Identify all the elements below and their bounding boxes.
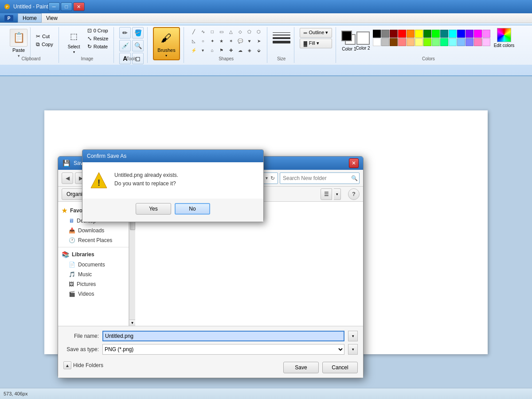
shape-star4[interactable]: ✦ <box>208 36 217 45</box>
search-icon[interactable]: 🔍 <box>351 175 358 181</box>
shape-ellipse[interactable]: ○ <box>199 36 207 45</box>
palette-color[interactable] <box>440 38 448 46</box>
pencil-button[interactable]: ✏ <box>119 27 131 39</box>
select-button[interactable]: ⬚ Select ▾ <box>64 28 84 55</box>
palette-color[interactable] <box>482 38 490 46</box>
file-name-dropdown[interactable]: ▾ <box>348 331 358 341</box>
app-menu-button[interactable]: P <box>0 13 18 23</box>
view-button[interactable]: ☰ <box>321 188 332 200</box>
shape-more[interactable]: ▾ <box>199 46 207 55</box>
eyedropper-button[interactable]: 💉 <box>119 40 131 51</box>
palette-color[interactable] <box>373 30 381 38</box>
shape-pentagon[interactable]: ⬠ <box>245 27 254 36</box>
palette-color[interactable] <box>466 38 473 46</box>
palette-color[interactable] <box>423 38 431 46</box>
cut-button[interactable]: ✂ Cut <box>34 33 55 40</box>
libraries-header[interactable]: 📚 Libraries <box>58 249 129 260</box>
address-dropdown[interactable]: ▾ <box>266 176 268 180</box>
sidebar-item-recent[interactable]: 🕐 Recent Places <box>58 235 129 245</box>
hide-folders-button[interactable]: ▲ Hide Folders <box>63 361 103 369</box>
rotate-button[interactable]: ↻ Rotate <box>86 43 110 50</box>
shape-hexagon[interactable]: ⬡ <box>254 27 263 36</box>
fill-button[interactable]: 🪣 <box>132 27 144 39</box>
shape-extra[interactable]: ⬙ <box>254 46 263 55</box>
edit-colors-button[interactable]: Edit colors <box>493 27 516 55</box>
palette-color[interactable] <box>390 30 398 38</box>
close-button[interactable]: ✕ <box>73 2 85 11</box>
resize-button[interactable]: ⤡ Resize <box>86 35 110 42</box>
palette-color[interactable] <box>398 38 406 46</box>
shape-star6[interactable]: ✶ <box>227 36 235 45</box>
shape-triangle[interactable]: △ <box>227 27 235 36</box>
dialog-close-button[interactable]: ✕ <box>349 158 359 168</box>
shape-heart[interactable]: ♥ <box>245 36 254 45</box>
sidebar-item-pictures[interactable]: 🖼 Pictures <box>58 279 129 289</box>
palette-color[interactable] <box>432 38 440 46</box>
size-2[interactable] <box>273 35 290 35</box>
sidebar-item-music[interactable]: 🎵 Music <box>58 270 129 279</box>
help-button[interactable]: ? <box>348 188 360 200</box>
refresh-button[interactable]: ↻ <box>270 175 275 181</box>
size-3[interactable] <box>273 37 290 39</box>
shape-diamond[interactable]: ◇ <box>236 27 245 36</box>
palette-color[interactable] <box>482 30 490 38</box>
palette-color[interactable] <box>457 30 465 38</box>
menu-item-home[interactable]: Home <box>18 13 42 23</box>
size-1[interactable] <box>273 32 290 33</box>
shape-line[interactable]: ╱ <box>189 27 198 36</box>
size-selector[interactable] <box>273 32 290 51</box>
shape-roundcallout[interactable]: 💬 <box>236 36 245 45</box>
file-name-input[interactable] <box>102 331 344 341</box>
no-button[interactable]: No <box>175 203 210 215</box>
view-dropdown-button[interactable]: ▾ <box>334 188 341 200</box>
minimize-button[interactable]: ─ <box>48 2 60 11</box>
shape-curve[interactable]: ∿ <box>199 27 207 36</box>
search-input[interactable] <box>283 175 349 181</box>
shape-arrow[interactable]: ➤ <box>254 36 263 45</box>
sidebar-item-documents[interactable]: 📄 Documents <box>58 260 129 270</box>
palette-color[interactable] <box>432 30 440 38</box>
palette-color[interactable] <box>440 30 448 38</box>
back-button[interactable]: ◀ <box>62 172 73 184</box>
outline-button[interactable]: ═ Outline ▾ <box>300 28 332 38</box>
size-4[interactable] <box>273 41 290 43</box>
save-type-dropdown[interactable]: ▾ <box>348 344 358 355</box>
sidebar-item-videos[interactable]: 🎬 Videos <box>58 289 129 299</box>
palette-color[interactable] <box>474 38 482 46</box>
shape-flag[interactable]: ⚑ <box>217 46 226 55</box>
palette-color[interactable] <box>407 38 415 46</box>
color1-selector[interactable]: Color 1 <box>341 31 356 51</box>
shape-cloud[interactable]: ☁ <box>236 46 245 55</box>
shape-rect[interactable]: □ <box>208 27 217 36</box>
fill-button[interactable]: ▓ Fill ▾ <box>300 39 332 48</box>
shape-home[interactable]: ⌂ <box>208 46 217 55</box>
save-type-select[interactable]: PNG (*.png) <box>102 344 344 355</box>
paste-button[interactable]: 📋 Paste ▾ <box>7 27 31 60</box>
palette-color[interactable] <box>415 30 423 38</box>
shape-lightning[interactable]: ⚡ <box>189 46 198 55</box>
palette-color[interactable] <box>415 38 423 46</box>
palette-color[interactable] <box>423 30 431 38</box>
palette-color[interactable] <box>449 38 457 46</box>
palette-color[interactable] <box>381 38 389 46</box>
yes-button[interactable]: Yes <box>136 203 171 215</box>
shape-star5[interactable]: ★ <box>217 36 226 45</box>
palette-color[interactable] <box>474 30 482 38</box>
color2-selector[interactable]: Color 2 <box>356 31 370 51</box>
palette-color[interactable] <box>407 30 415 38</box>
brushes-button[interactable]: 🖌 Brushes ▾ <box>153 27 180 60</box>
shape-flowchart[interactable]: ◈ <box>245 46 254 55</box>
palette-color[interactable] <box>381 30 389 38</box>
crop-button[interactable]: ⊡ 0 Crop <box>86 27 110 34</box>
palette-color[interactable] <box>457 38 465 46</box>
palette-color[interactable] <box>466 30 473 38</box>
save-button[interactable]: Save <box>283 362 319 373</box>
cancel-button[interactable]: Cancel <box>322 362 358 373</box>
shape-cross[interactable]: ✚ <box>227 46 235 55</box>
palette-color[interactable] <box>390 38 398 46</box>
palette-color[interactable] <box>449 30 457 38</box>
palette-color[interactable] <box>398 30 406 38</box>
maximize-button[interactable]: □ <box>61 2 72 11</box>
sidebar-item-downloads[interactable]: 📥 Downloads <box>58 226 129 235</box>
copy-button[interactable]: ⧉ Copy <box>34 41 55 48</box>
